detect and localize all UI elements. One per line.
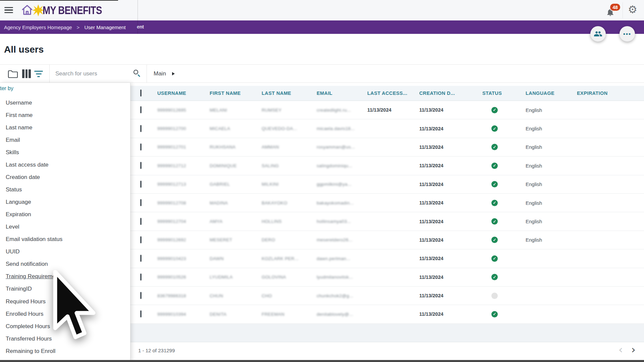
breadcrumb-background-fragment: ent bbox=[137, 24, 144, 29]
cell-last-name: MILKINI bbox=[262, 182, 317, 187]
filter-item-remaining-to-enroll[interactable]: Remaining to Enroll bbox=[6, 345, 62, 357]
folder-view-icon[interactable] bbox=[7, 70, 18, 78]
cell-language: English bbox=[526, 219, 577, 224]
cell-username: 99999010423 bbox=[157, 256, 210, 261]
cell-username: 99999012712 bbox=[157, 163, 210, 168]
cell-username: 99999012704 bbox=[157, 219, 210, 224]
cell-creation-date: 11/13/2024 bbox=[419, 107, 482, 113]
filter-item-email-validation-status[interactable]: Email validation status bbox=[6, 233, 62, 246]
filter-item-required-hours[interactable]: Required Hours bbox=[6, 295, 62, 308]
table-row[interactable]: 99999012700 MICAELA QUEVEDO-DA... micael… bbox=[130, 119, 644, 138]
cell-username: 99999012708 bbox=[157, 200, 210, 205]
notification-count-badge[interactable]: 48 bbox=[609, 3, 621, 11]
view-selector-label: Main bbox=[154, 70, 166, 77]
col-header-last-name[interactable]: LAST NAME bbox=[262, 90, 317, 96]
col-header-username[interactable]: USERNAME bbox=[157, 90, 210, 96]
filter-item-skills[interactable]: Skills bbox=[6, 146, 62, 159]
filter-item-username[interactable]: Username bbox=[6, 97, 62, 109]
filter-item-level[interactable]: Level bbox=[6, 221, 62, 233]
col-header-email[interactable]: EMAIL bbox=[317, 90, 367, 96]
cell-username: 99999012701 bbox=[157, 144, 210, 149]
filter-item-status[interactable]: Status bbox=[6, 183, 62, 196]
filter-item-trainingid[interactable]: TrainingID bbox=[6, 283, 62, 295]
row-checkbox[interactable] bbox=[140, 125, 142, 132]
row-checkbox[interactable] bbox=[140, 181, 142, 188]
table-footer-band bbox=[130, 324, 644, 342]
cell-first-name: GABRIEL bbox=[210, 182, 262, 187]
col-header-creation-date[interactable]: CREATION D... bbox=[419, 90, 482, 96]
cell-last-access: 11/13/2024 bbox=[367, 107, 419, 113]
row-checkbox[interactable] bbox=[140, 199, 142, 206]
col-header-language[interactable]: LANGUAGE bbox=[526, 90, 577, 96]
row-checkbox[interactable] bbox=[140, 310, 142, 317]
users-action-button[interactable] bbox=[590, 26, 606, 42]
col-header-status[interactable]: STATUS bbox=[482, 90, 526, 96]
view-selector-main[interactable]: Main bbox=[154, 65, 175, 82]
cell-last-name: AMMAN bbox=[262, 144, 317, 149]
cell-email: meseretdero26... bbox=[317, 237, 367, 242]
filter-by-list: Username First name Last name Email Skil… bbox=[6, 97, 62, 362]
filter-item-uuid[interactable]: UUID bbox=[6, 246, 62, 258]
caret-right-icon bbox=[172, 72, 175, 75]
filter-item-training-requirement[interactable]: Training Requirement bbox=[6, 270, 62, 283]
filter-item-first-name[interactable]: First name bbox=[6, 109, 62, 121]
settings-gear-icon[interactable]: ⚙ bbox=[628, 4, 637, 15]
filter-icon[interactable] bbox=[34, 71, 43, 79]
table-header-row: USERNAME FIRST NAME LAST NAME EMAIL LAST… bbox=[130, 86, 644, 101]
col-header-expiration[interactable]: EXPIRATION bbox=[577, 90, 644, 96]
table-row[interactable]: 99999012712 DOMINIQUE SALING salingdomin… bbox=[130, 157, 644, 175]
cell-creation-date: 11/13/2024 bbox=[419, 275, 482, 280]
filter-item-creation-date[interactable]: Creation date bbox=[6, 171, 62, 183]
cell-last-name: KOZLARK PER... bbox=[262, 256, 317, 261]
hamburger-menu-icon[interactable] bbox=[4, 7, 13, 13]
row-checkbox[interactable] bbox=[140, 106, 142, 113]
table-row[interactable]: 99999010394 DENITA FREEMAN denitablovely… bbox=[130, 305, 644, 323]
cell-last-name: RUMSEY bbox=[262, 108, 317, 113]
row-checkbox[interactable] bbox=[140, 292, 142, 299]
table-row[interactable]: 99999012713 GABRIEL MILKINI ggpmilkini@y… bbox=[130, 175, 644, 194]
filter-item-send-notification[interactable]: Send notification bbox=[6, 258, 62, 270]
filter-item-last-access-date[interactable]: Last access date bbox=[6, 159, 62, 171]
table-row[interactable]: 83679986318 CHUN CHO chunkchok2@g... 11/… bbox=[130, 287, 644, 305]
col-header-last-access[interactable]: LAST ACCESS... bbox=[367, 90, 419, 96]
search-icon[interactable] bbox=[133, 70, 141, 77]
columns-view-icon[interactable] bbox=[22, 69, 31, 78]
cell-language: English bbox=[526, 200, 577, 206]
next-page-icon[interactable]: › bbox=[631, 343, 636, 356]
row-checkbox[interactable] bbox=[140, 218, 142, 225]
row-checkbox[interactable] bbox=[140, 162, 142, 169]
col-header-first-name[interactable]: FIRST NAME bbox=[210, 90, 262, 96]
search-input[interactable] bbox=[55, 70, 129, 77]
table-row[interactable]: 99999012701 RUKHSANA AMMAN rosyamman@us.… bbox=[130, 138, 644, 157]
table-row[interactable]: 99999012692 MESERET DERO meseretdero26..… bbox=[130, 231, 644, 249]
breadcrumb-user-management[interactable]: User Management bbox=[84, 24, 125, 30]
previous-page-icon[interactable]: ‹ bbox=[619, 343, 623, 356]
table-row[interactable]: 99999010526 LYUDMILA GOLOVINA lyudmilano… bbox=[130, 268, 644, 287]
select-all-checkbox[interactable] bbox=[140, 89, 142, 97]
brand-logo-text[interactable]: MY BENEFITS bbox=[43, 4, 102, 17]
row-checkbox[interactable] bbox=[140, 255, 142, 262]
filter-item-email[interactable]: Email bbox=[6, 134, 62, 146]
cell-username: 83679986318 bbox=[157, 293, 210, 298]
row-checkbox[interactable] bbox=[140, 274, 142, 281]
table-row[interactable]: 99999012704 AMYA HOLLINS hollinsamya03..… bbox=[130, 212, 644, 231]
filter-item-expiration[interactable]: Expiration bbox=[6, 208, 62, 221]
filter-item-last-name[interactable]: Last name bbox=[6, 121, 62, 134]
filter-item-language[interactable]: Language bbox=[6, 196, 62, 208]
filter-item-transferred-hours[interactable]: Transferred Hours bbox=[6, 333, 62, 345]
table-row[interactable]: 99999010423 DAWN KOZLARK PER... dawn.per… bbox=[130, 249, 644, 268]
row-checkbox[interactable] bbox=[140, 236, 142, 243]
filter-item-completed-hours[interactable]: Completed Hours bbox=[6, 320, 62, 333]
top-bar: MY BENEFITS 48 ⚙ bbox=[0, 0, 644, 20]
row-checkbox[interactable] bbox=[140, 143, 142, 150]
toolbar-divider bbox=[49, 65, 50, 82]
table-row[interactable]: 99999012708 MADINA BAKAYOKO bakayokomadi… bbox=[130, 194, 644, 212]
breadcrumb-agency-employers-homepage[interactable]: Agency Employers Homepage bbox=[4, 24, 72, 30]
table-row[interactable]: 99999012695 MELANI RUMSEY createdlight.r… bbox=[130, 101, 644, 119]
more-options-button[interactable]: ••• bbox=[620, 26, 635, 42]
cell-first-name: MESERET bbox=[210, 237, 262, 242]
status-icon: ✓ bbox=[491, 218, 498, 225]
filter-item-enrolled-hours[interactable]: Enrolled Hours bbox=[6, 308, 62, 320]
people-icon bbox=[594, 29, 602, 38]
cell-email: micaela.davis18... bbox=[317, 126, 367, 131]
